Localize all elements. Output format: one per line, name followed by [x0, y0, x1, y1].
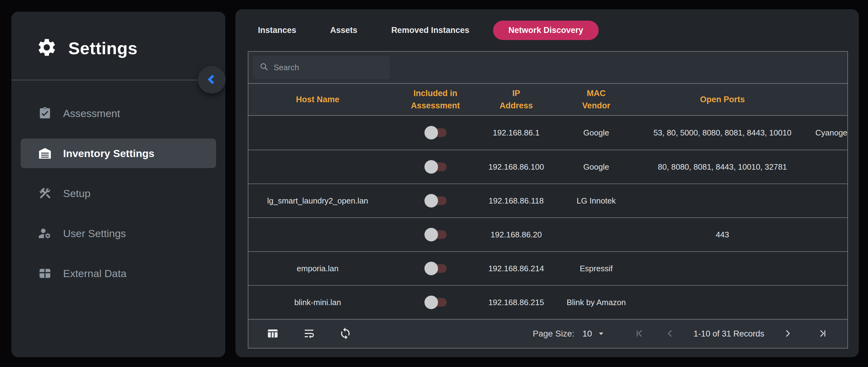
open-ports-cell: 443 — [644, 230, 801, 240]
tab-removed-instances[interactable]: Removed Instances — [381, 20, 479, 41]
mac-vendor-cell: Espressif — [549, 264, 644, 273]
page-title: Settings — [68, 38, 137, 58]
table-row: lg_smart_laundry2_open.lan 192.168.86.11… — [248, 183, 847, 217]
ip-address-cell: 192.168.86.215 — [484, 298, 549, 307]
table-header-row: Host Name Included inAssessment IPAddres… — [248, 84, 847, 116]
mac-vendor-cell: LG Innotek — [549, 196, 644, 206]
refresh-button[interactable] — [339, 327, 352, 341]
mac-vendor-cell: Blink by Amazon — [549, 298, 644, 307]
mac-vendor-cell: Google — [549, 128, 644, 137]
last-page-icon — [817, 328, 828, 340]
tools-icon — [38, 186, 52, 201]
table-row: blink-mini.lan 192.168.86.215 Blink by A… — [248, 285, 847, 319]
sidebar-collapse-button[interactable] — [198, 66, 226, 94]
divider — [11, 80, 225, 80]
table-columns-icon — [266, 327, 279, 341]
included-in-assessment-toggle[interactable] — [425, 126, 446, 140]
column-header-host-name: Host Name — [248, 93, 387, 105]
included-in-assessment-toggle[interactable] — [425, 194, 446, 208]
column-header-ip-address: IPAddress — [484, 87, 549, 112]
columns-button[interactable] — [266, 327, 279, 341]
chevron-left-icon — [205, 72, 219, 87]
refresh-icon — [339, 327, 352, 341]
page-size-value: 10 — [582, 329, 592, 339]
toggle-knob — [425, 262, 438, 275]
previous-page-button[interactable] — [665, 328, 676, 340]
tab-bar: Instances Assets Removed Instances Netwo… — [236, 9, 859, 51]
column-header-included-in-assessment: Included inAssessment — [387, 87, 484, 112]
search-box — [253, 56, 390, 79]
ip-address-cell: 192.168.86.100 — [484, 162, 549, 172]
included-in-assessment-toggle[interactable] — [425, 262, 446, 276]
toggle-knob — [425, 296, 438, 309]
table-footer: Page Size: 10 1-10 of 3 — [248, 319, 847, 348]
wrap-text-icon — [303, 327, 315, 341]
sidebar-item-setup[interactable]: Setup — [21, 179, 216, 208]
pagination: Page Size: 10 1-10 of 3 — [533, 328, 828, 340]
clipboard-check-icon — [38, 106, 52, 120]
ip-address-cell: 192.168.86.1 — [484, 128, 549, 137]
tab-assets[interactable]: Assets — [320, 20, 368, 41]
last-page-button[interactable] — [817, 328, 828, 340]
sidebar-header: Settings — [36, 37, 137, 59]
table-row: 192.168.86.1 Google 53, 80, 5000, 8080, … — [248, 116, 847, 150]
tab-instances[interactable]: Instances — [248, 20, 307, 41]
ip-address-cell: 192.168.86.214 — [484, 264, 549, 273]
column-header-mac-vendor: MACVendor — [549, 87, 644, 112]
host-name-cell: blink-mini.lan — [248, 298, 387, 307]
caret-down-icon — [597, 330, 605, 338]
gear-icon — [36, 37, 57, 59]
open-ports-cell: 53, 80, 5000, 8080, 8081, 8443, 10010 — [644, 128, 801, 137]
sidebar-item-external-data[interactable]: External Data — [21, 258, 216, 288]
chevron-left-icon — [665, 328, 676, 340]
ip-address-cell: 192.168.86.118 — [484, 196, 549, 206]
sidebar-item-assessment[interactable]: Assessment — [21, 98, 216, 128]
host-name-cell: lg_smart_laundry2_open.lan — [248, 196, 387, 206]
sidebar-nav: Assessment Inventory Settings Setup User… — [11, 98, 225, 288]
settings-sidebar: Settings Assessment Inventory Settings S… — [11, 12, 225, 357]
sidebar-item-label: User Settings — [63, 227, 126, 240]
toggle-knob — [425, 194, 438, 208]
sidebar-item-label: Setup — [63, 187, 91, 200]
table-row: 192.168.86.20 443 — [248, 217, 847, 251]
included-in-assessment-toggle[interactable] — [425, 295, 446, 309]
included-in-assessment-toggle[interactable] — [425, 160, 446, 174]
search-input[interactable] — [274, 63, 383, 72]
network-discovery-table: Host Name Included inAssessment IPAddres… — [248, 51, 848, 348]
sidebar-item-label: Inventory Settings — [63, 148, 155, 159]
first-page-icon — [634, 328, 645, 340]
page-size-label: Page Size: — [533, 329, 575, 339]
table-grid-icon — [38, 266, 52, 280]
table-tools — [266, 327, 352, 341]
included-cell — [387, 194, 484, 208]
host-name-cell: emporia.lan — [248, 264, 387, 273]
search-icon — [259, 62, 269, 73]
included-cell — [387, 126, 484, 140]
wrap-text-button[interactable] — [303, 327, 315, 341]
included-cell — [387, 262, 484, 276]
included-in-assessment-toggle[interactable] — [425, 227, 446, 242]
tab-network-discovery[interactable]: Network Discovery — [493, 21, 599, 40]
sidebar-item-label: Assessment — [63, 108, 120, 119]
included-cell — [387, 160, 484, 174]
sidebar-item-user-settings[interactable]: User Settings — [21, 219, 216, 248]
overflow-cell: Cyanoge — [801, 128, 848, 137]
table-row: emporia.lan 192.168.86.214 Espressif — [248, 251, 847, 285]
toggle-knob — [425, 160, 438, 174]
open-ports-cell: 80, 8080, 8081, 8443, 10010, 32781 — [644, 162, 801, 172]
first-page-button[interactable] — [634, 328, 645, 340]
chevron-right-icon — [782, 328, 793, 340]
records-count: 1-10 of 31 Records — [693, 329, 764, 339]
next-page-button[interactable] — [782, 328, 793, 340]
toggle-knob — [425, 228, 438, 241]
warehouse-icon — [38, 146, 52, 160]
user-gear-icon — [38, 226, 52, 241]
sidebar-item-inventory-settings[interactable]: Inventory Settings — [21, 139, 216, 168]
included-cell — [387, 227, 484, 242]
ip-address-cell: 192.168.86.20 — [484, 230, 549, 240]
page-size-select[interactable]: 10 — [582, 329, 605, 339]
toggle-knob — [425, 126, 438, 140]
column-header-open-ports: Open Ports — [644, 93, 801, 105]
inventory-settings-panel: Instances Assets Removed Instances Netwo… — [236, 9, 859, 357]
table-search-row — [248, 52, 847, 84]
